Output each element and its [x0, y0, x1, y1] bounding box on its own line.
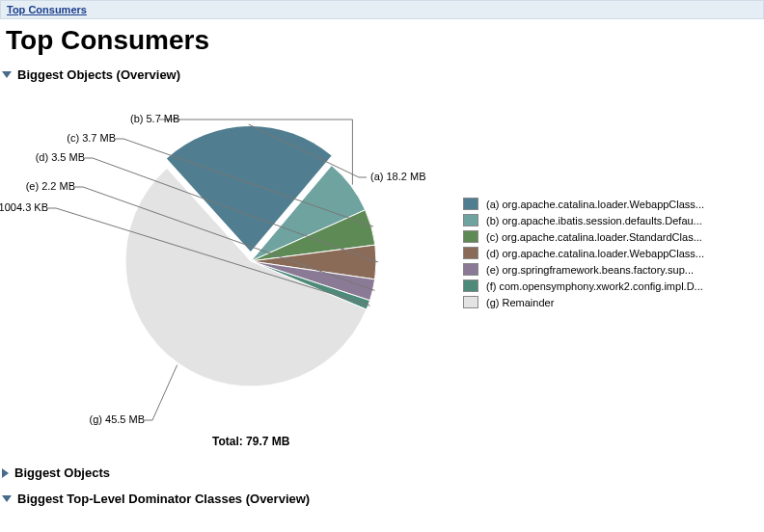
legend: (a) org.apache.catalina.loader.WebappCla… — [463, 194, 723, 312]
legend-label: (e) org.springframework.beans.factory.su… — [486, 264, 694, 276]
chevron-down-icon — [2, 71, 12, 78]
legend-label: (a) org.apache.catalina.loader.WebappCla… — [486, 199, 704, 210]
legend-swatch — [463, 198, 478, 210]
callout-line — [159, 120, 352, 185]
callout-line — [48, 208, 370, 306]
page-title: Top Consumers — [6, 25, 764, 56]
breadcrumb-link[interactable]: Top Consumers — [7, 4, 87, 15]
legend-swatch — [463, 296, 478, 308]
slice-label-g: (g) 45.5 MB — [90, 413, 145, 425]
section-biggest-objects-overview[interactable]: Biggest Objects (Overview) — [2, 67, 764, 82]
legend-item-g: (g) Remainder — [463, 296, 723, 308]
legend-swatch — [463, 230, 478, 243]
section-label: Biggest Objects — [14, 466, 110, 480]
legend-swatch — [463, 247, 478, 259]
legend-label: (b) org.apache.ibatis.session.defaults.D… — [486, 215, 702, 226]
legend-swatch — [463, 263, 478, 276]
legend-item-e: (e) org.springframework.beans.factory.su… — [463, 263, 723, 276]
legend-label: (c) org.apache.catalina.loader.StandardC… — [486, 231, 702, 243]
legend-item-c: (c) org.apache.catalina.loader.StandardC… — [463, 230, 723, 243]
legend-item-d: (d) org.apache.catalina.loader.WebappCla… — [463, 247, 723, 259]
breadcrumb-bar: Top Consumers — [0, 0, 764, 19]
legend-label: (f) com.opensymphony.xwork2.config.impl.… — [486, 280, 703, 292]
slice-label-d: (d) 3.5 MB — [36, 151, 85, 163]
legend-swatch — [463, 279, 478, 292]
slice-label-f: (f) 1004.3 KB — [0, 201, 48, 213]
legend-item-f: (f) com.opensymphony.xwork2.config.impl.… — [463, 279, 723, 292]
legend-label: (g) Remainder — [486, 297, 554, 308]
callout-line — [85, 158, 378, 262]
section-label: Biggest Top-Level Dominator Classes (Ove… — [17, 492, 310, 506]
legend-swatch — [463, 214, 478, 226]
slice-label-e: (e) 2.2 MB — [26, 180, 75, 192]
chevron-down-icon — [2, 495, 12, 502]
legend-item-a: (a) org.apache.catalina.loader.WebappCla… — [463, 198, 723, 210]
total-label: Total: 79.7 MB — [212, 435, 289, 448]
pie-area: (a) 18.2 MB(b) 5.7 MB(c) 3.7 MB(d) 3.5 M… — [0, 88, 463, 454]
callout-line — [249, 124, 367, 177]
slice-label-a: (a) 18.2 MB — [370, 171, 425, 182]
callout-line — [75, 187, 374, 290]
slice-label-c: (c) 3.7 MB — [67, 132, 116, 144]
section-biggest-objects[interactable]: Biggest Objects — [2, 466, 764, 480]
biggest-objects-chart: (a) 18.2 MB(b) 5.7 MB(c) 3.7 MB(d) 3.5 M… — [0, 88, 764, 454]
legend-label: (d) org.apache.catalina.loader.WebappCla… — [486, 248, 704, 259]
callout-line — [145, 365, 177, 420]
section-label: Biggest Objects (Overview) — [17, 67, 180, 82]
slice-label-b: (b) 5.7 MB — [130, 113, 179, 124]
legend-item-b: (b) org.apache.ibatis.session.defaults.D… — [463, 214, 723, 226]
chevron-right-icon — [2, 468, 9, 478]
section-dominator-classes[interactable]: Biggest Top-Level Dominator Classes (Ove… — [2, 492, 764, 506]
